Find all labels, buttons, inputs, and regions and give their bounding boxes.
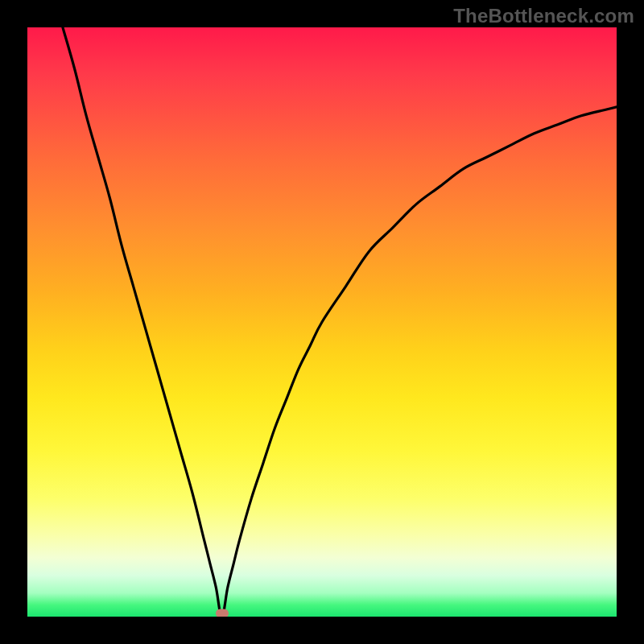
plot-area bbox=[27, 27, 617, 617]
watermark-text: TheBottleneck.com bbox=[453, 5, 634, 27]
minimum-marker bbox=[216, 609, 229, 617]
bottleneck-curve bbox=[63, 27, 617, 617]
chart-frame: TheBottleneck.com bbox=[0, 0, 644, 644]
curve-svg bbox=[27, 27, 617, 617]
